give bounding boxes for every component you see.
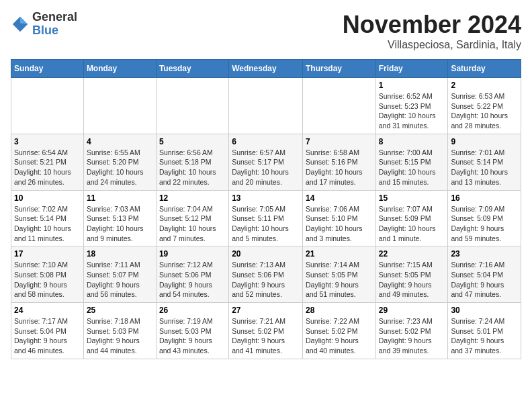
day-info: Sunrise: 7:07 AM Sunset: 5:09 PM Dayligh… [379, 204, 445, 244]
svg-marker-1 [20, 17, 28, 24]
calendar-cell: 22Sunrise: 7:15 AM Sunset: 5:05 PM Dayli… [375, 246, 448, 303]
day-info: Sunrise: 7:19 AM Sunset: 5:03 PM Dayligh… [159, 316, 226, 356]
day-number: 26 [159, 306, 226, 315]
logo-text: General Blue [32, 11, 77, 38]
calendar-cell: 19Sunrise: 7:12 AM Sunset: 5:06 PM Dayli… [156, 246, 228, 303]
day-number: 19 [159, 249, 226, 259]
day-info: Sunrise: 7:01 AM Sunset: 5:14 PM Dayligh… [451, 148, 518, 187]
day-info: Sunrise: 7:14 AM Sunset: 5:05 PM Dayligh… [306, 260, 373, 300]
day-number: 16 [451, 193, 518, 203]
calendar-cell: 17Sunrise: 7:10 AM Sunset: 5:08 PM Dayli… [11, 246, 84, 303]
day-number: 14 [306, 193, 373, 203]
calendar-cell: 25Sunrise: 7:18 AM Sunset: 5:03 PM Dayli… [83, 303, 156, 359]
calendar-cell: 27Sunrise: 7:21 AM Sunset: 5:02 PM Dayli… [229, 303, 303, 359]
title-section: November 2024 Villaspeciosa, Sardinia, I… [343, 11, 521, 51]
calendar-cell [229, 78, 303, 134]
calendar-cell: 7Sunrise: 6:58 AM Sunset: 5:16 PM Daylig… [302, 134, 375, 190]
day-number: 21 [306, 249, 373, 259]
day-info: Sunrise: 7:00 AM Sunset: 5:15 PM Dayligh… [379, 148, 445, 187]
day-number: 28 [306, 306, 373, 315]
day-number: 20 [232, 249, 300, 259]
day-info: Sunrise: 6:53 AM Sunset: 5:22 PM Dayligh… [451, 91, 518, 131]
calendar-week-row: 10Sunrise: 7:02 AM Sunset: 5:14 PM Dayli… [11, 190, 521, 246]
calendar-header: SundayMondayTuesdayWednesdayThursdayFrid… [11, 60, 521, 78]
calendar-day-header: Sunday [11, 60, 84, 78]
day-number: 15 [379, 193, 445, 203]
month-title: November 2024 [343, 11, 521, 39]
day-info: Sunrise: 7:09 AM Sunset: 5:09 PM Dayligh… [451, 204, 518, 244]
day-info: Sunrise: 7:21 AM Sunset: 5:02 PM Dayligh… [232, 316, 300, 356]
calendar-cell: 9Sunrise: 7:01 AM Sunset: 5:14 PM Daylig… [448, 134, 521, 190]
calendar-cell: 6Sunrise: 6:57 AM Sunset: 5:17 PM Daylig… [229, 134, 303, 190]
calendar-table: SundayMondayTuesdayWednesdayThursdayFrid… [11, 59, 521, 359]
day-info: Sunrise: 7:12 AM Sunset: 5:06 PM Dayligh… [159, 260, 226, 300]
day-info: Sunrise: 7:02 AM Sunset: 5:14 PM Dayligh… [14, 204, 81, 244]
day-info: Sunrise: 6:52 AM Sunset: 5:23 PM Dayligh… [379, 91, 445, 131]
logo: General Blue [11, 11, 77, 38]
day-number: 10 [14, 193, 81, 203]
day-info: Sunrise: 7:10 AM Sunset: 5:08 PM Dayligh… [14, 260, 81, 300]
day-info: Sunrise: 6:56 AM Sunset: 5:18 PM Dayligh… [159, 148, 226, 187]
calendar-cell: 13Sunrise: 7:05 AM Sunset: 5:11 PM Dayli… [229, 190, 303, 246]
day-info: Sunrise: 7:11 AM Sunset: 5:07 PM Dayligh… [87, 260, 153, 300]
calendar-week-row: 24Sunrise: 7:17 AM Sunset: 5:04 PM Dayli… [11, 303, 521, 359]
logo-icon [11, 15, 30, 34]
calendar-cell: 5Sunrise: 6:56 AM Sunset: 5:18 PM Daylig… [156, 134, 228, 190]
calendar-week-row: 1Sunrise: 6:52 AM Sunset: 5:23 PM Daylig… [11, 78, 521, 134]
calendar-cell: 18Sunrise: 7:11 AM Sunset: 5:07 PM Dayli… [83, 246, 156, 303]
day-number: 22 [379, 249, 445, 259]
day-number: 1 [379, 81, 445, 90]
day-number: 29 [379, 306, 445, 315]
day-info: Sunrise: 6:54 AM Sunset: 5:21 PM Dayligh… [14, 148, 81, 187]
calendar-day-header: Wednesday [229, 60, 303, 78]
day-number: 8 [379, 137, 445, 146]
calendar-day-header: Monday [83, 60, 156, 78]
calendar-cell [156, 78, 228, 134]
calendar-cell: 4Sunrise: 6:55 AM Sunset: 5:20 PM Daylig… [83, 134, 156, 190]
calendar-cell: 29Sunrise: 7:23 AM Sunset: 5:02 PM Dayli… [375, 303, 448, 359]
day-info: Sunrise: 7:13 AM Sunset: 5:06 PM Dayligh… [232, 260, 300, 300]
calendar-cell: 20Sunrise: 7:13 AM Sunset: 5:06 PM Dayli… [229, 246, 303, 303]
day-info: Sunrise: 7:23 AM Sunset: 5:02 PM Dayligh… [379, 316, 445, 356]
day-number: 17 [14, 249, 81, 259]
day-number: 4 [87, 137, 153, 146]
day-number: 30 [451, 306, 518, 315]
day-number: 9 [451, 137, 518, 146]
day-info: Sunrise: 6:55 AM Sunset: 5:20 PM Dayligh… [87, 148, 153, 187]
day-info: Sunrise: 6:57 AM Sunset: 5:17 PM Dayligh… [232, 148, 300, 187]
day-number: 13 [232, 193, 300, 203]
calendar-cell: 3Sunrise: 6:54 AM Sunset: 5:21 PM Daylig… [11, 134, 84, 190]
calendar-week-row: 3Sunrise: 6:54 AM Sunset: 5:21 PM Daylig… [11, 134, 521, 190]
calendar-cell: 10Sunrise: 7:02 AM Sunset: 5:14 PM Dayli… [11, 190, 84, 246]
calendar-cell: 12Sunrise: 7:04 AM Sunset: 5:12 PM Dayli… [156, 190, 228, 246]
calendar-cell [11, 78, 84, 134]
calendar-cell [302, 78, 375, 134]
day-number: 6 [232, 137, 300, 146]
calendar-day-header: Friday [375, 60, 448, 78]
calendar-cell: 23Sunrise: 7:16 AM Sunset: 5:04 PM Dayli… [448, 246, 521, 303]
day-info: Sunrise: 7:17 AM Sunset: 5:04 PM Dayligh… [14, 316, 81, 356]
day-number: 25 [87, 306, 153, 315]
calendar-cell: 1Sunrise: 6:52 AM Sunset: 5:23 PM Daylig… [375, 78, 448, 134]
location-subtitle: Villaspeciosa, Sardinia, Italy [343, 39, 521, 51]
calendar-cell: 26Sunrise: 7:19 AM Sunset: 5:03 PM Dayli… [156, 303, 228, 359]
calendar-cell: 14Sunrise: 7:06 AM Sunset: 5:10 PM Dayli… [302, 190, 375, 246]
calendar-cell: 16Sunrise: 7:09 AM Sunset: 5:09 PM Dayli… [448, 190, 521, 246]
calendar-cell [83, 78, 156, 134]
calendar-cell: 2Sunrise: 6:53 AM Sunset: 5:22 PM Daylig… [448, 78, 521, 134]
calendar-cell: 15Sunrise: 7:07 AM Sunset: 5:09 PM Dayli… [375, 190, 448, 246]
calendar-cell: 28Sunrise: 7:22 AM Sunset: 5:02 PM Dayli… [302, 303, 375, 359]
day-info: Sunrise: 7:22 AM Sunset: 5:02 PM Dayligh… [306, 316, 373, 356]
calendar-day-header: Thursday [302, 60, 375, 78]
day-number: 11 [87, 193, 153, 203]
day-info: Sunrise: 7:03 AM Sunset: 5:13 PM Dayligh… [87, 204, 153, 244]
calendar-cell: 21Sunrise: 7:14 AM Sunset: 5:05 PM Dayli… [302, 246, 375, 303]
day-number: 12 [159, 193, 226, 203]
day-info: Sunrise: 7:04 AM Sunset: 5:12 PM Dayligh… [159, 204, 226, 244]
calendar-cell: 24Sunrise: 7:17 AM Sunset: 5:04 PM Dayli… [11, 303, 84, 359]
calendar-cell: 11Sunrise: 7:03 AM Sunset: 5:13 PM Dayli… [83, 190, 156, 246]
day-info: Sunrise: 7:24 AM Sunset: 5:01 PM Dayligh… [451, 316, 518, 356]
day-number: 18 [87, 249, 153, 259]
day-info: Sunrise: 7:06 AM Sunset: 5:10 PM Dayligh… [306, 204, 373, 244]
calendar-week-row: 17Sunrise: 7:10 AM Sunset: 5:08 PM Dayli… [11, 246, 521, 303]
